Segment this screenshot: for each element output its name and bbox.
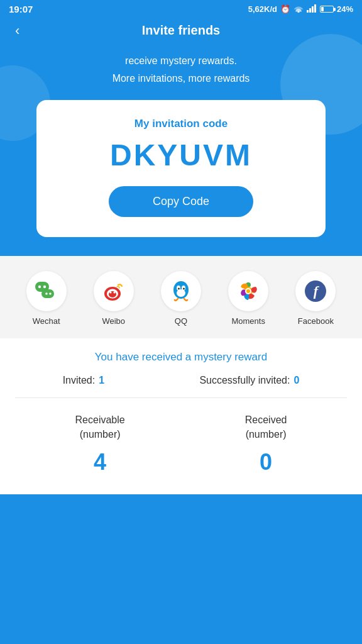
svg-point-5 xyxy=(38,286,40,288)
share-wechat[interactable]: Wechat xyxy=(26,271,67,326)
invited-label: Invited: xyxy=(63,375,96,386)
weibo-circle xyxy=(94,271,134,311)
facebook-label: Facebook xyxy=(298,316,334,326)
svg-point-6 xyxy=(43,286,45,288)
moments-icon xyxy=(237,280,260,303)
invited-value: 1 xyxy=(99,375,104,386)
stats-row: Invited: 1 Successfully invited: 0 xyxy=(15,375,347,398)
receivable-value: 4 xyxy=(75,449,125,475)
hero-section: receive mystery rewards. More invitation… xyxy=(0,47,362,256)
status-right: 5,62K/d ⏰ 24% xyxy=(248,4,353,14)
receivable-label: Receivable(number) xyxy=(75,413,125,441)
receivable-item: Receivable(number) 4 xyxy=(75,413,125,475)
invitation-code: DKYUVM xyxy=(52,138,310,172)
bottom-section: You have received a mystery reward Invit… xyxy=(0,338,362,494)
svg-point-18 xyxy=(178,288,180,290)
facebook-icon: f xyxy=(305,280,326,302)
card-label: My invitation code xyxy=(52,118,310,130)
svg-rect-3 xyxy=(314,4,316,13)
invited-stat: Invited: 1 xyxy=(63,375,105,386)
moments-circle xyxy=(228,271,268,311)
facebook-circle: f xyxy=(295,271,336,311)
svg-point-9 xyxy=(49,292,52,295)
svg-point-13 xyxy=(109,292,111,294)
received-label: Received(number) xyxy=(245,413,287,441)
share-facebook[interactable]: f Facebook xyxy=(295,271,336,326)
signal-icon xyxy=(307,4,317,14)
svg-point-14 xyxy=(113,292,115,294)
svg-rect-2 xyxy=(312,6,314,13)
mystery-banner: You have received a mystery reward xyxy=(15,351,347,364)
invitation-card: My invitation code DKYUVM Copy Code xyxy=(36,100,326,237)
svg-point-23 xyxy=(246,289,250,293)
network-speed: 5,62K/d xyxy=(248,4,277,14)
qq-label: QQ xyxy=(175,316,187,326)
share-icons-row: Wechat Weibo xyxy=(6,271,356,338)
svg-point-20 xyxy=(177,289,185,297)
share-section: Wechat Weibo xyxy=(0,256,362,338)
weibo-label: Weibo xyxy=(102,316,125,326)
share-weibo[interactable]: Weibo xyxy=(94,271,134,326)
page-title: Invite friends xyxy=(142,23,220,38)
share-moments[interactable]: Moments xyxy=(228,271,268,326)
success-stat: Successfully invited: 0 xyxy=(199,375,299,386)
tagline-1: receive mystery rewards. xyxy=(19,53,343,69)
wifi-icon xyxy=(293,4,304,14)
svg-point-19 xyxy=(183,288,185,290)
success-value: 0 xyxy=(293,375,299,386)
qq-circle xyxy=(161,271,201,311)
success-label: Successfully invited: xyxy=(199,375,290,386)
rewards-row: Receivable(number) 4 Received(number) 0 xyxy=(15,413,347,475)
copy-code-button[interactable]: Copy Code xyxy=(109,186,253,217)
tagline-2: More invitations, more rewards xyxy=(19,70,343,87)
share-qq[interactable]: QQ xyxy=(161,271,201,326)
received-item: Received(number) 0 xyxy=(245,413,287,475)
status-time: 19:07 xyxy=(9,4,33,14)
battery-percent: 24% xyxy=(337,4,353,14)
svg-rect-1 xyxy=(309,8,311,13)
status-bar: 19:07 5,62K/d ⏰ 24% xyxy=(0,0,362,17)
svg-rect-7 xyxy=(41,289,54,298)
back-button[interactable]: ‹ xyxy=(10,20,25,42)
wechat-circle xyxy=(26,271,67,311)
svg-rect-0 xyxy=(307,10,309,13)
wechat-label: Wechat xyxy=(33,316,60,326)
qq-icon xyxy=(170,280,192,303)
battery-icon xyxy=(320,6,334,13)
received-value: 0 xyxy=(245,449,287,475)
svg-point-8 xyxy=(45,292,48,295)
alarm-icon: ⏰ xyxy=(280,4,290,14)
weibo-icon xyxy=(102,280,126,303)
moments-label: Moments xyxy=(231,316,265,326)
wechat-icon xyxy=(35,282,58,301)
